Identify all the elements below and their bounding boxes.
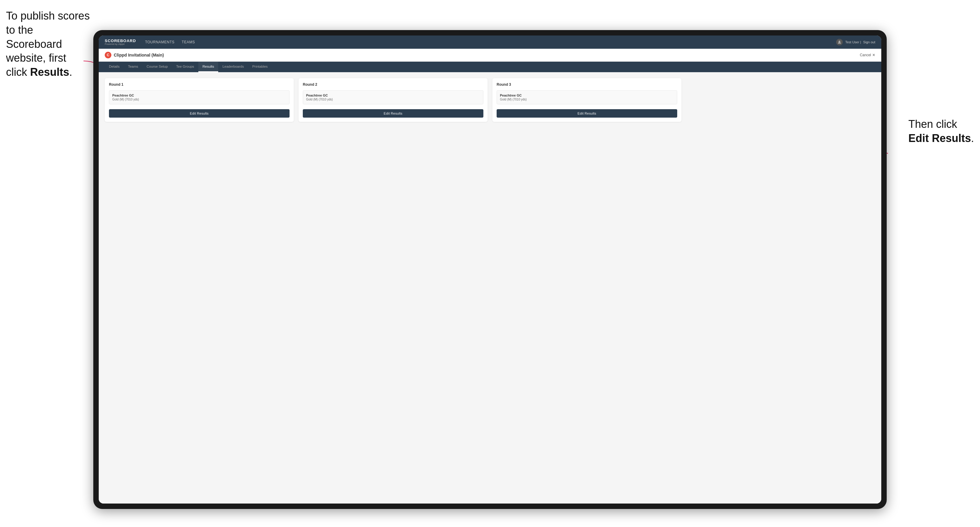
nav-tournaments[interactable]: TOURNAMENTS: [145, 39, 175, 45]
round-1-title: Round 1: [109, 83, 290, 87]
tab-printables[interactable]: Printables: [248, 62, 272, 72]
round-3-course-name: Peachtree GC: [500, 94, 674, 97]
nav-teams[interactable]: TEAMS: [182, 39, 195, 45]
round-2-course-card: Peachtree GC Gold (M) (7010 yds): [303, 90, 484, 105]
tab-results[interactable]: Results: [198, 62, 218, 72]
round-3-card: Round 3 Peachtree GC Gold (M) (7010 yds)…: [492, 78, 681, 122]
user-info: Test User | Sign out: [845, 40, 875, 44]
logo-sub: Powered by clippd: [105, 43, 124, 45]
nav-links: TOURNAMENTS TEAMS: [145, 39, 836, 45]
instruction-right-suffix: .: [971, 132, 974, 144]
round-2-edit-results-button[interactable]: Edit Results: [303, 109, 484, 117]
tab-course-setup[interactable]: Course Setup: [142, 62, 172, 72]
nav-right: Test User | Sign out: [836, 39, 875, 45]
cancel-button[interactable]: Cancel ✕: [860, 53, 875, 57]
tournament-header: C Clippd Invitational (Main) Cancel ✕: [99, 49, 881, 62]
main-content: Round 1 Peachtree GC Gold (M) (7010 yds)…: [99, 72, 881, 503]
round-3-course-card: Peachtree GC Gold (M) (7010 yds): [496, 90, 677, 105]
logo-area: SCOREBOARD Powered by clippd: [105, 39, 136, 45]
round-2-card: Round 2 Peachtree GC Gold (M) (7010 yds)…: [299, 78, 488, 122]
instruction-left-bold: Results: [30, 66, 69, 78]
tab-teams[interactable]: Teams: [124, 62, 142, 72]
tab-details[interactable]: Details: [105, 62, 124, 72]
round-3-title: Round 3: [496, 83, 677, 87]
tab-bar: Details Teams Course Setup Tee Groups Re…: [99, 62, 881, 72]
instruction-left-suffix: .: [69, 66, 72, 78]
tournament-icon: C: [105, 52, 111, 58]
close-icon: ✕: [872, 53, 875, 57]
round-2-course-detail: Gold (M) (7010 yds): [306, 98, 480, 101]
signout-link[interactable]: Sign out: [863, 40, 875, 44]
app-navigation: SCOREBOARD Powered by clippd TOURNAMENTS…: [99, 35, 881, 49]
tab-leaderboards[interactable]: Leaderboards: [218, 62, 248, 72]
round-3-edit-results-button[interactable]: Edit Results: [496, 109, 677, 117]
tab-tee-groups[interactable]: Tee Groups: [172, 62, 198, 72]
instruction-right-prefix: Then click: [908, 118, 957, 130]
instruction-right-bold: Edit Results: [908, 132, 971, 144]
tournament-title: C Clippd Invitational (Main): [105, 52, 164, 58]
round-1-card: Round 1 Peachtree GC Gold (M) (7010 yds)…: [105, 78, 294, 122]
round-1-course-card: Peachtree GC Gold (M) (7010 yds): [109, 90, 290, 105]
round-2-course-name: Peachtree GC: [306, 94, 480, 97]
instruction-left: To publish scores to the Scoreboard webs…: [6, 9, 90, 79]
tablet-device: SCOREBOARD Powered by clippd TOURNAMENTS…: [93, 30, 887, 509]
empty-column: [686, 78, 875, 122]
user-avatar: [836, 39, 843, 45]
cancel-label: Cancel: [860, 53, 871, 57]
rounds-grid: Round 1 Peachtree GC Gold (M) (7010 yds)…: [105, 78, 875, 122]
tablet-screen: SCOREBOARD Powered by clippd TOURNAMENTS…: [99, 35, 881, 503]
user-name: Test User |: [845, 40, 861, 44]
round-1-course-name: Peachtree GC: [112, 94, 286, 97]
round-1-course-detail: Gold (M) (7010 yds): [112, 98, 286, 101]
tournament-title-text: Clippd Invitational (Main): [114, 52, 164, 57]
round-3-course-detail: Gold (M) (7010 yds): [500, 98, 674, 101]
round-2-title: Round 2: [303, 83, 484, 87]
round-1-edit-results-button[interactable]: Edit Results: [109, 109, 290, 117]
instruction-right: Then click Edit Results.: [908, 117, 974, 146]
logo-text: SCOREBOARD: [105, 39, 136, 43]
